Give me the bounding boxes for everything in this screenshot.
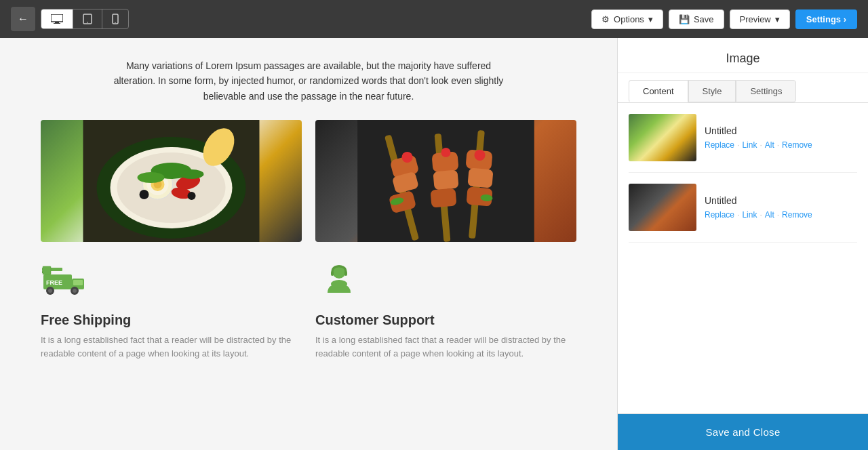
svg-point-21 — [180, 169, 204, 179]
svg-rect-55 — [344, 271, 347, 276]
sep-1c: · — [777, 140, 779, 150]
svg-point-20 — [138, 172, 165, 183]
svg-point-56 — [331, 280, 347, 288]
preview-label: Preview — [740, 14, 771, 24]
preview-chevron-icon: ▾ — [775, 14, 780, 24]
sidebar: Image Content Style Settings Untitled — [617, 38, 868, 450]
image-actions-2: Replace · Link · Alt · Remove — [705, 210, 857, 220]
sidebar-tabs: Content Style Settings — [618, 73, 868, 103]
svg-rect-54 — [331, 271, 334, 276]
sep-2a: · — [737, 210, 739, 220]
remove-link-1[interactable]: Remove — [782, 140, 812, 150]
sep-1b: · — [760, 140, 762, 150]
salad-img-placeholder — [41, 120, 302, 242]
gear-icon: ⚙ — [601, 14, 610, 24]
image-row — [41, 120, 576, 242]
alt-link-1[interactable]: Alt — [765, 140, 774, 150]
svg-rect-32 — [433, 170, 458, 190]
svg-point-18 — [188, 192, 196, 200]
tab-style[interactable]: Style — [688, 80, 736, 102]
save-button[interactable]: 💾 Save — [669, 9, 724, 29]
svg-point-52 — [73, 289, 77, 293]
options-button[interactable]: ⚙ Options ▾ — [591, 9, 663, 29]
customer-support-title: Customer Support — [315, 312, 576, 328]
back-button[interactable]: ← — [11, 7, 35, 31]
truck-icon: FREE — [41, 262, 302, 306]
image-info-1: Untitled Replace · Link · Alt · Remove — [705, 125, 857, 150]
replace-link-1[interactable]: Replace — [705, 140, 734, 150]
svg-point-17 — [140, 190, 149, 199]
svg-rect-48 — [73, 280, 83, 285]
sidebar-content: Untitled Replace · Link · Alt · Remove — [618, 103, 868, 413]
save-label: Save — [694, 14, 714, 24]
kebab-img-placeholder — [315, 120, 576, 242]
settings-label: Settings › — [806, 14, 846, 24]
mobile-view-button[interactable] — [102, 9, 128, 28]
free-shipping-desc: It is a long established fact that a rea… — [41, 333, 302, 360]
image-title-2: Untitled — [705, 195, 857, 206]
image-item-2: Untitled Replace · Link · Alt · Remove — [629, 184, 857, 243]
svg-point-37 — [402, 152, 413, 163]
tab-settings[interactable]: Settings — [736, 80, 796, 102]
lorem-paragraph: Many variations of Lorem Ipsum passages … — [105, 58, 512, 104]
svg-point-6 — [115, 22, 115, 23]
link-link-1[interactable]: Link — [742, 140, 757, 150]
image-thumb-2 — [629, 184, 696, 231]
salad-thumb — [629, 114, 696, 161]
replace-link-2[interactable]: Replace — [705, 210, 734, 220]
sep-1a: · — [737, 140, 739, 150]
tablet-view-button[interactable] — [73, 9, 102, 28]
image-actions-1: Replace · Link · Alt · Remove — [705, 140, 857, 150]
free-shipping-title: Free Shipping — [41, 312, 302, 328]
sep-2c: · — [777, 210, 779, 220]
svg-rect-2 — [54, 23, 60, 24]
feature-free-shipping: FREE Free Shipping It is a long establis… — [41, 262, 302, 360]
options-label: Options — [614, 14, 644, 24]
remove-link-2[interactable]: Remove — [782, 210, 812, 220]
options-chevron-icon: ▾ — [648, 14, 653, 24]
image-item-1: Untitled Replace · Link · Alt · Remove — [629, 114, 857, 173]
tab-content[interactable]: Content — [629, 80, 688, 102]
svg-rect-1 — [55, 22, 59, 23]
svg-point-38 — [441, 148, 451, 157]
canvas: Many variations of Lorem Ipsum passages … — [0, 38, 617, 450]
svg-point-39 — [475, 150, 486, 161]
sidebar-title: Image — [618, 38, 868, 73]
svg-rect-33 — [430, 188, 456, 208]
save-icon: 💾 — [679, 14, 690, 24]
svg-rect-44 — [43, 266, 51, 274]
svg-rect-0 — [51, 14, 63, 22]
image-info-2: Untitled Replace · Link · Alt · Remove — [705, 195, 857, 220]
toolbar: ← ⚙ Options ▾ 💾 Save Preview ▾ — [0, 0, 868, 38]
link-link-2[interactable]: Link — [742, 210, 757, 220]
kebab-thumb — [629, 184, 696, 231]
svg-rect-35 — [467, 168, 493, 188]
svg-point-50 — [48, 289, 52, 293]
feature-customer-support: Customer Support It is a long establishe… — [315, 262, 576, 360]
image-title-1: Untitled — [705, 125, 857, 136]
sidebar-footer: Save and Close — [618, 413, 868, 450]
save-close-button[interactable]: Save and Close — [618, 414, 868, 450]
settings-button[interactable]: Settings › — [795, 9, 857, 29]
device-switcher — [41, 9, 129, 29]
preview-button[interactable]: Preview ▾ — [730, 9, 790, 29]
toolbar-left: ← — [11, 7, 129, 31]
svg-text:FREE: FREE — [46, 279, 62, 286]
sep-2b: · — [760, 210, 762, 220]
kebab-image — [315, 120, 576, 242]
features-row: FREE Free Shipping It is a long establis… — [41, 262, 576, 360]
desktop-view-button[interactable] — [41, 9, 73, 28]
support-icon — [315, 262, 576, 306]
customer-support-desc: It is a long established fact that a rea… — [315, 333, 576, 360]
alt-link-2[interactable]: Alt — [765, 210, 774, 220]
main-area: Many variations of Lorem Ipsum passages … — [0, 38, 868, 450]
salad-image — [41, 120, 302, 242]
toolbar-right: ⚙ Options ▾ 💾 Save Preview ▾ Settings › — [591, 9, 857, 29]
svg-point-4 — [87, 22, 88, 23]
image-thumb-1 — [629, 114, 696, 161]
